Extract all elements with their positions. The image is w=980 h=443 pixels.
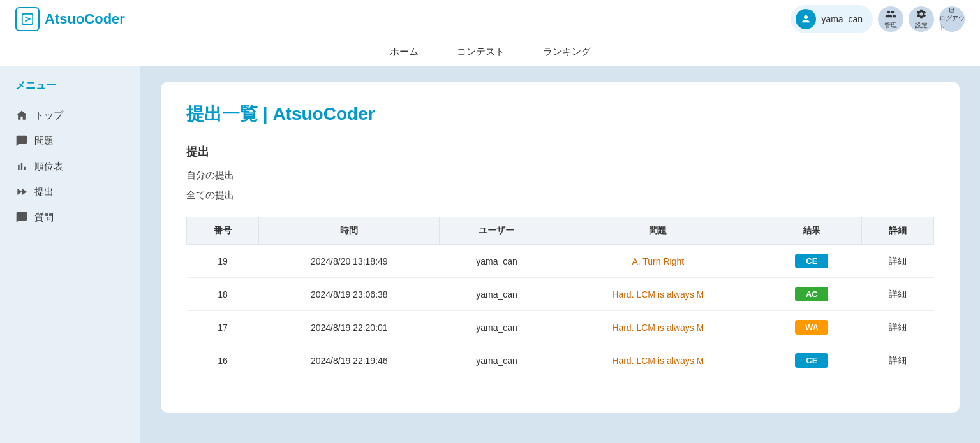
col-header-time: 時間 [259, 217, 440, 245]
logout-label: ログアウト [939, 14, 965, 32]
cell-user: yama_can [440, 278, 554, 311]
sidebar-item-label-question: 質問 [34, 212, 54, 224]
sidebar-item-ranking[interactable]: 順位表 [0, 154, 140, 179]
cell-time: 2024/8/19 23:06:38 [259, 278, 440, 311]
status-badge: AC [795, 287, 828, 301]
submit-icon [15, 185, 28, 198]
svg-rect-0 [22, 13, 33, 24]
cell-user: yama_can [440, 245, 554, 278]
admin-button[interactable]: 管理 [878, 6, 903, 32]
question-icon [15, 211, 28, 224]
sidebar-item-label-problem: 問題 [34, 135, 54, 147]
sidebar-title: メニュー [0, 79, 140, 103]
status-badge: WA [795, 320, 828, 335]
sidebar-item-label-ranking: 順位表 [34, 161, 63, 173]
logo-icon [15, 7, 40, 31]
cell-id: 19 [187, 245, 259, 278]
cell-status: WA [762, 311, 861, 344]
cell-status: CE [762, 245, 861, 278]
table-row: 162024/8/19 22:19:46yama_canHard. LCM is… [187, 344, 934, 377]
page-layout: メニュー トップ 問題 順位表 提出 質問 提出一覧 | AtsuoCoder … [0, 66, 980, 443]
col-header-problem: 問題 [554, 217, 762, 245]
sidebar-item-problem[interactable]: 問題 [0, 128, 140, 154]
col-header-result: 結果 [762, 217, 861, 245]
ranking-icon [15, 160, 28, 173]
logo[interactable]: AtsuoCoder [15, 7, 125, 31]
cell-user: yama_can [440, 344, 554, 377]
all-submissions-link[interactable]: 全ての提出 [186, 189, 934, 201]
section-title: 提出 [186, 144, 934, 159]
table-head: 番号 時間 ユーザー 問題 結果 詳細 [187, 217, 934, 245]
cell-detail[interactable]: 詳細 [861, 344, 933, 377]
username-label: yama_can [821, 14, 863, 24]
table-body: 192024/8/20 13:18:49yama_canA. Turn Righ… [187, 245, 934, 377]
sidebar: メニュー トップ 問題 順位表 提出 質問 [0, 66, 140, 443]
sidebar-item-label-top: トップ [34, 110, 63, 122]
avatar [796, 9, 816, 29]
status-badge: CE [795, 353, 828, 368]
nav-ranking[interactable]: ランキング [543, 41, 591, 63]
logo-text: AtsuoCoder [45, 11, 125, 27]
col-header-user: ユーザー [440, 217, 554, 245]
table-row: 192024/8/20 13:18:49yama_canA. Turn Righ… [187, 245, 934, 278]
submissions-table: 番号 時間 ユーザー 問題 結果 詳細 192024/8/20 13:18:49… [186, 217, 934, 377]
col-header-id: 番号 [187, 217, 259, 245]
cell-status: CE [762, 344, 861, 377]
settings-button[interactable]: 設定 [909, 6, 934, 32]
cell-id: 17 [187, 311, 259, 344]
table-row: 172024/8/19 22:20:01yama_canHard. LCM is… [187, 311, 934, 344]
cell-status: AC [762, 278, 861, 311]
admin-label: 管理 [884, 21, 897, 30]
home-icon [15, 109, 28, 122]
cell-problem[interactable]: Hard. LCM is always M [554, 311, 762, 344]
sidebar-item-submit[interactable]: 提出 [0, 179, 140, 205]
cell-problem[interactable]: A. Turn Right [554, 245, 762, 278]
cell-id: 16 [187, 344, 259, 377]
nav-home[interactable]: ホーム [390, 41, 419, 63]
cell-detail[interactable]: 詳細 [861, 278, 933, 311]
user-pill: yama_can [791, 5, 873, 33]
header-right: yama_can 管理 設定 ログアウト [791, 5, 965, 33]
cell-user: yama_can [440, 311, 554, 344]
cell-id: 18 [187, 278, 259, 311]
page-title: 提出一覧 | AtsuoCoder [186, 102, 934, 126]
sidebar-item-top[interactable]: トップ [0, 103, 140, 128]
main-content: 提出一覧 | AtsuoCoder 提出 自分の提出 全ての提出 番号 時間 ユ… [140, 66, 980, 443]
header: AtsuoCoder yama_can 管理 設定 ログアウト [0, 0, 980, 38]
cell-detail[interactable]: 詳細 [861, 311, 933, 344]
cell-time: 2024/8/19 22:19:46 [259, 344, 440, 377]
col-header-detail: 詳細 [861, 217, 933, 245]
settings-label: 設定 [915, 21, 928, 30]
top-nav: ホーム コンテスト ランキング [0, 38, 980, 66]
cell-time: 2024/8/19 22:20:01 [259, 311, 440, 344]
sidebar-item-question[interactable]: 質問 [0, 205, 140, 230]
my-submissions-link[interactable]: 自分の提出 [186, 170, 934, 182]
table-row: 182024/8/19 23:06:38yama_canHard. LCM is… [187, 278, 934, 311]
cell-detail[interactable]: 詳細 [861, 245, 933, 278]
cell-time: 2024/8/20 13:18:49 [259, 245, 440, 278]
sidebar-item-label-submit: 提出 [34, 186, 54, 198]
cell-problem[interactable]: Hard. LCM is always M [554, 344, 762, 377]
status-badge: CE [795, 254, 828, 268]
logout-button[interactable]: ログアウト [939, 6, 965, 32]
table-header-row: 番号 時間 ユーザー 問題 結果 詳細 [187, 217, 934, 245]
content-card: 提出一覧 | AtsuoCoder 提出 自分の提出 全ての提出 番号 時間 ユ… [161, 82, 960, 413]
problem-icon [15, 134, 28, 147]
nav-contest[interactable]: コンテスト [457, 41, 505, 63]
cell-problem[interactable]: Hard. LCM is always M [554, 278, 762, 311]
